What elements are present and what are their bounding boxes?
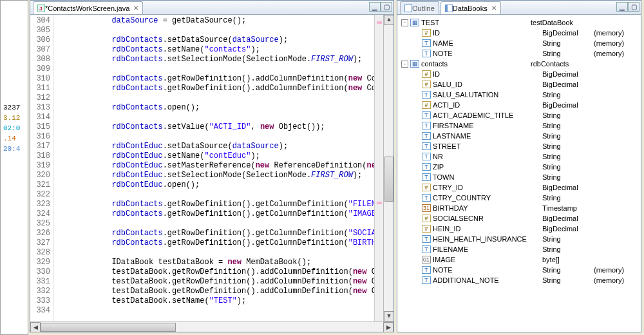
scroll-down-arrow[interactable]: ▼: [384, 311, 393, 321]
editor-tab-contactsworkscreen[interactable]: *ContactsWorkScreen.java ✕: [33, 1, 143, 14]
tree-row[interactable]: TCTRY_COUNTRYString: [399, 193, 639, 203]
tree-item-name: SOCIALSECNR: [433, 215, 542, 222]
tree-item-name: FILENAME: [433, 245, 542, 253]
vertical-scrollbar[interactable]: ▲ ▼: [383, 15, 393, 321]
tree-item-type: String: [542, 122, 594, 129]
line-number-ruler[interactable]: 3043053063073083093103113123133143153163…: [30, 15, 53, 321]
databook-icon: ▦: [410, 19, 419, 26]
tree-row[interactable]: TSALU_SALUTATIONString: [399, 90, 639, 100]
tree-item-name: ACTI_ACADEMIC_TITLE: [433, 111, 542, 119]
num-type-icon: #: [422, 225, 431, 233]
tree-item-type: BigDecimal: [542, 215, 594, 222]
tree-item-type: String: [542, 173, 594, 181]
txt-type-icon: T: [422, 194, 431, 202]
txt-type-icon: T: [422, 142, 431, 150]
tree-row[interactable]: TNRString: [399, 151, 639, 162]
tree-item-name: ZIP: [433, 163, 542, 171]
tree-row[interactable]: TNOTEString(memory): [399, 265, 639, 275]
tree-item-name: CTRY_COUNTRY: [433, 194, 542, 202]
overview-ruler[interactable]: [374, 15, 383, 321]
tree-item-type: BigDecimal: [542, 101, 594, 109]
maximize-view-button[interactable]: ▢: [381, 2, 392, 12]
source-editor[interactable]: dataSource = getDataSource(); rdbContact…: [53, 15, 374, 321]
tree-item-type: BigDecimal: [542, 29, 594, 37]
tree-row[interactable]: -▦TESTtestDataBook: [399, 17, 639, 28]
scroll-up-arrow[interactable]: ▲: [384, 15, 393, 25]
tree-row[interactable]: #IDBigDecimal: [399, 69, 639, 79]
tree-item-type: String: [542, 245, 594, 253]
tree-row[interactable]: TNOTEString(memory): [399, 48, 639, 59]
editor-pane: *ContactsWorkScreen.java ✕ ▁ ▢ 304305306…: [30, 0, 394, 332]
overview-marker[interactable]: [377, 21, 382, 24]
num-type-icon: #: [422, 81, 431, 88]
tree-expander[interactable]: -: [401, 61, 408, 68]
editor-tab-label: *ContactsWorkScreen.java: [45, 5, 129, 12]
maximize-view-button[interactable]: ▢: [628, 2, 639, 12]
tree-item-name: BIRTHDAY: [433, 204, 542, 212]
num-type-icon: #: [422, 29, 431, 37]
databooks-pane: Outline DataBooks ✕ ▁ ▢ -▦TESTtestDataBo…: [397, 0, 641, 332]
gutter-text: .14: [3, 135, 16, 142]
databooks-tree[interactable]: -▦TESTtestDataBook#IDBigDecimal(memory)T…: [397, 15, 641, 332]
tree-item-type: String: [542, 91, 594, 99]
tree-item-name: STREET: [433, 142, 542, 150]
tree-row[interactable]: TLASTNAMEString: [399, 131, 639, 141]
tree-item-type: String: [542, 276, 594, 284]
tree-item-type: BigDecimal: [542, 70, 594, 78]
tree-item-type: Timestamp: [542, 204, 594, 212]
tree-row[interactable]: 31BIRTHDAYTimestamp: [399, 203, 639, 213]
scroll-left-arrow[interactable]: ◀: [30, 322, 41, 332]
tree-item-name: IMAGE: [433, 256, 542, 263]
tab-label: Outline: [412, 5, 435, 12]
tree-row[interactable]: TTOWNString: [399, 172, 639, 182]
tree-row[interactable]: TACTI_ACADEMIC_TITLEString: [399, 110, 639, 120]
minimize-view-button[interactable]: ▁: [616, 2, 628, 12]
horizontal-scrollbar[interactable]: ◀ ▶: [30, 321, 393, 332]
tree-item-memory: (memory): [594, 50, 624, 57]
tree-item-memory: (memory): [594, 39, 624, 47]
overview-marker[interactable]: [377, 202, 382, 204]
minimize-view-button[interactable]: ▁: [369, 2, 381, 12]
bin-type-icon: 01: [422, 256, 431, 263]
tree-item-type: String: [542, 142, 594, 150]
tree-row[interactable]: #SALU_IDBigDecimal: [399, 79, 639, 90]
tree-row[interactable]: #CTRY_IDBigDecimal: [399, 182, 639, 193]
close-icon[interactable]: ✕: [491, 5, 497, 12]
tree-row[interactable]: 01IMAGEbyte[]: [399, 254, 639, 265]
tree-row[interactable]: TADDITIONAL_NOTEString(memory): [399, 275, 639, 285]
txt-type-icon: T: [422, 163, 431, 171]
tree-item-type: String: [542, 50, 594, 57]
tree-item-type: String: [542, 194, 594, 202]
close-icon[interactable]: ✕: [133, 5, 138, 12]
tree-item-name: ADDITIONAL_NOTE: [433, 276, 542, 284]
txt-type-icon: T: [422, 122, 431, 129]
tree-row[interactable]: TFILENAMEString: [399, 244, 639, 254]
outline-icon: [404, 5, 412, 12]
gutter-text: 20:4: [3, 145, 20, 153]
tree-row[interactable]: TSTREETString: [399, 141, 639, 151]
tree-item-type: testDataBook: [531, 19, 582, 26]
tree-item-type: String: [542, 153, 594, 160]
scroll-right-arrow[interactable]: ▶: [383, 322, 393, 332]
tab-databooks[interactable]: DataBooks ✕: [440, 1, 501, 14]
horizontal-scroll-thumb[interactable]: [41, 323, 176, 332]
right-tabbar: Outline DataBooks ✕ ▁ ▢: [397, 1, 641, 15]
txt-type-icon: T: [422, 173, 431, 181]
vertical-scroll-thumb[interactable]: [384, 157, 393, 202]
tree-row[interactable]: #ACTI_IDBigDecimal: [399, 100, 639, 110]
num-type-icon: #: [422, 101, 431, 109]
tree-row[interactable]: THEIN_HEALTH_INSURANCEString: [399, 234, 639, 244]
tree-row[interactable]: -▦contactsrdbContacts: [399, 59, 639, 69]
tree-item-name: NR: [433, 153, 542, 160]
tree-row[interactable]: TNAMEString(memory): [399, 38, 639, 48]
tree-row[interactable]: #IDBigDecimal(memory): [399, 28, 639, 38]
tree-row[interactable]: TFIRSTNAMEString: [399, 120, 639, 131]
tree-row[interactable]: #SOCIALSECNRBigDecimal: [399, 213, 639, 224]
tree-row[interactable]: #HEIN_IDBigDecimal: [399, 224, 639, 234]
java-file-icon: [37, 5, 45, 12]
tree-row[interactable]: TZIPString: [399, 162, 639, 172]
dt-type-icon: 31: [422, 204, 431, 212]
tab-outline[interactable]: Outline: [400, 1, 439, 14]
num-type-icon: #: [422, 70, 431, 78]
tree-expander[interactable]: -: [401, 19, 408, 26]
